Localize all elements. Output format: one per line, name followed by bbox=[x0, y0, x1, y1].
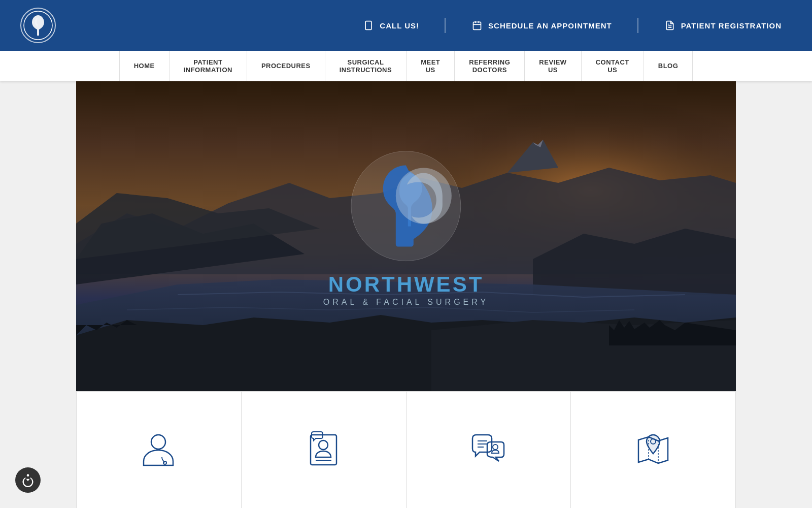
top-bar: CALL US! SCHEDULE AN APPOINTMENT bbox=[0, 0, 812, 51]
svg-point-26 bbox=[27, 474, 29, 477]
svg-point-14 bbox=[151, 435, 165, 449]
bottom-icon-doctor[interactable] bbox=[76, 392, 242, 508]
doctor-icon bbox=[139, 430, 179, 470]
registration-icon bbox=[303, 430, 344, 470]
hero-section: NORTHWEST ORAL & FACIAL SURGERY bbox=[76, 81, 736, 391]
form-icon bbox=[664, 19, 676, 31]
nav-procedures[interactable]: PROCEDURES bbox=[247, 51, 325, 81]
bottom-icons-row bbox=[76, 391, 736, 508]
consultation-icon bbox=[468, 430, 509, 470]
header-logo[interactable] bbox=[20, 8, 56, 43]
nav-patient-information[interactable]: PATIENTINFORMATION bbox=[170, 51, 247, 81]
nav-contact-us[interactable]: CONTACTUS bbox=[582, 51, 644, 81]
nav-referring-doctors[interactable]: REFERRINGDOCTORS bbox=[455, 51, 525, 81]
logo-area[interactable] bbox=[20, 8, 56, 43]
schedule-button[interactable]: SCHEDULE AN APPOINTMENT bbox=[471, 19, 612, 31]
hero-brand-subtitle: ORAL & FACIAL SURGERY bbox=[323, 298, 489, 307]
nav-blog[interactable]: BLOG bbox=[644, 51, 693, 81]
call-us-button[interactable]: CALL US! bbox=[362, 19, 419, 31]
nav-bar: HOME PATIENTINFORMATION PROCEDURES SURGI… bbox=[0, 51, 812, 81]
bottom-icon-location[interactable] bbox=[571, 392, 736, 508]
nav-home[interactable]: HOME bbox=[119, 51, 170, 81]
top-actions: CALL US! SCHEDULE AN APPOINTMENT bbox=[362, 18, 782, 33]
divider1 bbox=[445, 18, 446, 33]
svg-rect-3 bbox=[473, 22, 481, 29]
bottom-icon-registration[interactable] bbox=[242, 392, 407, 508]
hero-logo-text: NORTHWEST ORAL & FACIAL SURGERY bbox=[323, 272, 489, 307]
svg-point-17 bbox=[319, 440, 328, 450]
nav-review-us[interactable]: REVIEWUS bbox=[525, 51, 581, 81]
svg-point-22 bbox=[493, 444, 498, 450]
accessibility-button[interactable] bbox=[15, 467, 41, 493]
hero-logo-graphic bbox=[350, 150, 462, 262]
accessibility-icon bbox=[21, 473, 35, 487]
hero-background: NORTHWEST ORAL & FACIAL SURGERY bbox=[76, 81, 736, 391]
registration-button[interactable]: PATIENT REGISTRATION bbox=[664, 19, 782, 31]
nav-surgical-instructions[interactable]: SURGICALINSTRUCTIONS bbox=[325, 51, 407, 81]
bottom-icon-consultation[interactable] bbox=[407, 392, 571, 508]
divider2 bbox=[637, 18, 638, 33]
phone-icon bbox=[362, 19, 375, 31]
hero-brand-name: NORTHWEST bbox=[323, 272, 489, 297]
nav-items: HOME PATIENTINFORMATION PROCEDURES SURGI… bbox=[119, 51, 693, 81]
hero-center-logo: NORTHWEST ORAL & FACIAL SURGERY bbox=[323, 150, 489, 307]
calendar-icon bbox=[471, 19, 483, 31]
svg-point-15 bbox=[163, 461, 166, 464]
location-icon bbox=[633, 430, 673, 470]
nav-meet-us[interactable]: MEETUS bbox=[407, 51, 455, 81]
svg-rect-1 bbox=[366, 21, 372, 30]
